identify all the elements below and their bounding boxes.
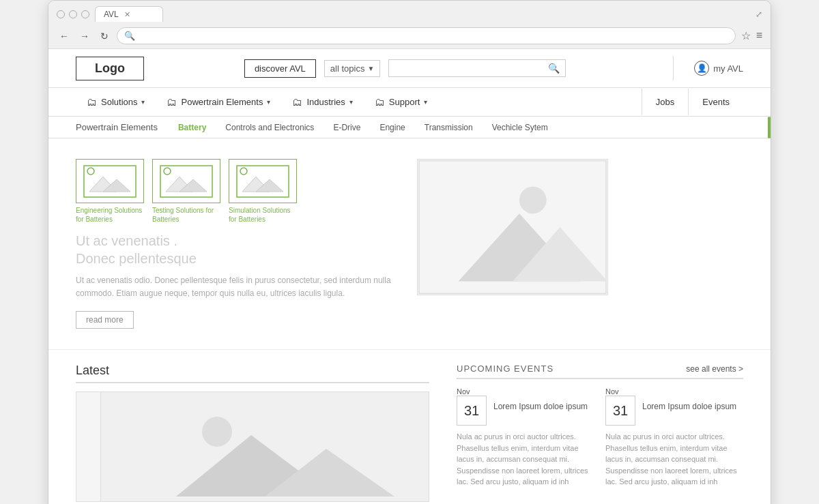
svg-point-17	[519, 186, 547, 213]
tab-close-button[interactable]: ✕	[124, 10, 130, 19]
my-avl-label[interactable]: my AVL	[713, 63, 743, 74]
event-date-column-2: Nov 31	[605, 387, 635, 426]
search-icon[interactable]: 🔍	[548, 63, 560, 74]
browser-tab[interactable]: AVL ✕	[95, 6, 163, 22]
nav-label-support: Support	[389, 97, 420, 107]
latest-card-side	[76, 392, 101, 501]
sub-navigation: Powertrain Elements Battery Controls and…	[48, 117, 771, 138]
search-bar: 🔍	[388, 59, 566, 77]
event-title-1: Lorem Ipsum doloe ipsum	[493, 401, 588, 413]
hero-section: Engineering Solutions for Batteries	[48, 138, 771, 350]
active-indicator	[768, 117, 771, 138]
event-desc-1: Nula ac purus in orci auctor ultrices. P…	[457, 431, 594, 488]
events-section: UPCOMING EVENTS see all events > Nov 31 …	[457, 364, 743, 502]
nav-label-industries: Industries	[306, 97, 345, 107]
hero-body-text: Ut ac venenatis odio. Donec pellentesque…	[76, 274, 403, 300]
search-input[interactable]	[394, 63, 544, 74]
nav-label-solutions: Solutions	[101, 97, 137, 107]
url-input[interactable]	[139, 31, 728, 41]
solution-cards: Engineering Solutions for Batteries	[76, 159, 403, 224]
svg-rect-10	[235, 164, 290, 198]
read-more-button[interactable]: read more	[76, 311, 134, 329]
header-middle: discover AVL all topics ▼ 🔍	[158, 59, 652, 78]
star-icon[interactable]: ☆	[741, 29, 751, 42]
event-date-box-1: Nov 31 Lorem Ipsum doloe ipsum	[457, 387, 594, 426]
card-image-engineering	[76, 159, 144, 203]
user-avatar-icon: 👤	[694, 61, 709, 76]
refresh-button[interactable]: ↻	[98, 29, 111, 43]
hero-content: Engineering Solutions for Batteries	[76, 159, 403, 329]
tab-title: AVL	[104, 10, 119, 19]
topics-label: all topics	[330, 63, 365, 74]
nav-link-events[interactable]: Events	[688, 89, 743, 115]
latest-events-section: Latest	[48, 350, 771, 504]
browser-chrome: AVL ✕ ⤢ ← → ↻ 🔍 ☆ ≡	[48, 1, 771, 49]
nav-item-powertrain[interactable]: 🗂 Powertrain Elements ▾	[156, 88, 281, 116]
menu-icon[interactable]: ≡	[756, 29, 762, 42]
svg-rect-0	[83, 164, 137, 198]
sub-nav-item-transmission[interactable]: Transmission	[415, 117, 483, 138]
browser-dot-maximize[interactable]	[81, 10, 89, 18]
back-button[interactable]: ←	[57, 29, 72, 43]
search-icon: 🔍	[124, 31, 135, 41]
event-day-2: 31	[605, 396, 635, 426]
chevron-down-icon: ▾	[349, 98, 353, 106]
card-simulation[interactable]: Simulation Solutions for Batteries	[229, 159, 297, 224]
hero-image-area	[417, 159, 622, 329]
browser-window: AVL ✕ ⤢ ← → ↻ 🔍 ☆ ≡ Logo discover AVL	[48, 0, 771, 504]
header-divider	[673, 56, 674, 80]
events-grid: Nov 31 Lorem Ipsum doloe ipsum Nula ac p…	[457, 387, 743, 488]
card-label-testing: Testing Solutions for Batteries	[152, 206, 220, 224]
events-section-title: UPCOMING EVENTS	[457, 364, 554, 374]
nav-item-solutions[interactable]: 🗂 Solutions ▾	[76, 88, 156, 116]
browser-dot-minimize[interactable]	[69, 10, 77, 18]
svg-point-21	[202, 417, 232, 447]
card-image-simulation	[229, 159, 297, 203]
chevron-down-icon: ▾	[424, 98, 427, 106]
address-bar: 🔍	[117, 27, 736, 44]
sub-nav-item-engine[interactable]: Engine	[370, 117, 414, 138]
event-date-column-1: Nov 31	[457, 387, 487, 426]
main-navigation: 🗂 Solutions ▾ 🗂 Powertrain Elements ▾ 🗂 …	[48, 88, 771, 117]
nav-item-support[interactable]: 🗂 Support ▾	[364, 88, 439, 116]
browser-titlebar: AVL ✕ ⤢	[48, 1, 771, 25]
browser-dot-close[interactable]	[57, 10, 65, 18]
toolbar-actions: ☆ ≡	[741, 29, 762, 42]
card-engineering[interactable]: Engineering Solutions for Batteries	[76, 159, 144, 224]
nav-right-links: Jobs Events	[642, 89, 743, 115]
latest-section: Latest	[76, 364, 429, 502]
chevron-down-icon: ▼	[367, 65, 374, 72]
topics-dropdown[interactable]: all topics ▼	[324, 60, 380, 77]
sub-nav-item-edrive[interactable]: E-Drive	[324, 117, 370, 138]
latest-card	[76, 391, 429, 502]
forward-button[interactable]: →	[77, 29, 92, 43]
nav-label-powertrain: Powertrain Elements	[181, 97, 263, 107]
sub-nav-item-vehicle[interactable]: Vechicle Sytem	[483, 117, 558, 138]
chevron-down-icon: ▾	[267, 98, 270, 106]
discover-avl-button[interactable]: discover AVL	[244, 59, 316, 78]
sub-nav-parent: Powertrain Elements	[76, 117, 169, 138]
folder-icon: 🗂	[292, 96, 302, 108]
see-all-events-link[interactable]: see all events >	[686, 364, 743, 374]
event-day-1: 31	[457, 396, 487, 426]
logo[interactable]: Logo	[76, 57, 144, 80]
event-item-1: Nov 31 Lorem Ipsum doloe ipsum Nula ac p…	[457, 387, 594, 488]
sub-nav-item-controls[interactable]: Controls and Electronics	[216, 117, 324, 138]
card-testing[interactable]: Testing Solutions for Batteries	[152, 159, 220, 224]
site-header: Logo discover AVL all topics ▼ 🔍 👤 my AV…	[48, 49, 771, 88]
folder-icon: 🗂	[375, 96, 385, 108]
website-content: Logo discover AVL all topics ▼ 🔍 👤 my AV…	[48, 49, 771, 504]
nav-item-industries[interactable]: 🗂 Industries ▾	[281, 88, 363, 116]
hero-title: Ut ac venenatis .Donec pellentesque	[76, 232, 403, 267]
nav-link-jobs[interactable]: Jobs	[642, 89, 688, 115]
svg-rect-5	[159, 164, 214, 198]
expand-icon: ⤢	[756, 10, 762, 19]
hero-image-placeholder	[417, 159, 608, 295]
event-month-2: Nov	[605, 387, 635, 396]
events-header: UPCOMING EVENTS see all events >	[457, 364, 743, 379]
sub-nav-item-battery[interactable]: Battery	[169, 117, 216, 138]
my-avl-section: 👤 my AVL	[694, 61, 743, 76]
latest-card-image	[101, 392, 429, 501]
browser-toolbar: ← → ↻ 🔍 ☆ ≡	[48, 25, 771, 48]
latest-title: Latest	[76, 364, 429, 383]
